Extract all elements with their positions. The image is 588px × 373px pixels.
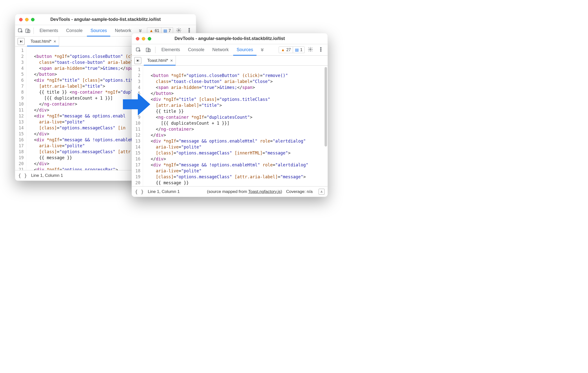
scrollbar[interactable]: [325, 67, 327, 147]
svg-rect-9: [146, 48, 149, 52]
tab-sources[interactable]: Sources: [87, 25, 110, 37]
warning-triangle-icon: ▲: [149, 29, 153, 33]
window-title: DevTools - angular-sample-todo-list.stac…: [19, 17, 192, 22]
tab-sources[interactable]: Sources: [233, 44, 257, 56]
file-tab-label: Toast.html*: [31, 39, 51, 44]
tab-console[interactable]: Console: [63, 25, 86, 37]
titlebar: DevTools - angular-sample-todo-list.stac…: [132, 33, 328, 44]
tab-elements[interactable]: Elements: [158, 44, 184, 56]
svg-point-6: [189, 32, 190, 33]
traffic-lights: [19, 18, 35, 21]
window-title: DevTools - angular-sample-todo-list.stac…: [136, 36, 324, 41]
pretty-print-braces-icon[interactable]: { }: [18, 173, 27, 179]
minimize-window-button[interactable]: [142, 37, 145, 40]
devtools-window-after: DevTools - angular-sample-todo-list.stac…: [132, 33, 328, 197]
close-tab-icon[interactable]: ✕: [170, 59, 173, 63]
issue-badges[interactable]: ▲27 ▤1: [279, 46, 305, 53]
svg-point-11: [310, 49, 311, 50]
arrow-icon: [122, 92, 151, 117]
warnings-count: 61: [155, 29, 159, 33]
navigator-toggle-icon[interactable]: [18, 38, 25, 45]
zoom-window-button[interactable]: [31, 18, 35, 21]
settings-gear-icon[interactable]: [306, 47, 315, 53]
svg-point-12: [320, 47, 321, 48]
file-tab[interactable]: Toast.html* ✕: [27, 37, 59, 46]
info-count: 7: [169, 29, 171, 33]
pretty-print-braces-icon[interactable]: { }: [135, 189, 144, 195]
file-tab-label: Toast.html*: [147, 58, 168, 63]
zoom-window-button[interactable]: [148, 37, 151, 40]
svg-rect-15: [139, 59, 139, 62]
inspect-element-icon[interactable]: [134, 45, 143, 54]
svg-point-5: [189, 30, 190, 31]
info-badge[interactable]: ▤1: [293, 46, 305, 53]
svg-rect-7: [22, 40, 22, 43]
warning-triangle-icon: ▲: [281, 48, 285, 52]
devtools-toolbar: Elements Console Network Sources ▲27 ▤1: [132, 44, 328, 56]
tab-elements[interactable]: Elements: [36, 25, 62, 37]
inspect-element-icon[interactable]: [17, 26, 24, 35]
svg-point-3: [178, 30, 180, 31]
tab-console[interactable]: Console: [184, 44, 208, 56]
cursor-position: Line 1, Column 1: [31, 173, 63, 178]
device-toolbar-icon[interactable]: [144, 45, 153, 54]
info-square-icon: ▤: [163, 28, 167, 33]
close-tab-icon[interactable]: ✕: [53, 39, 56, 43]
expand-drawer-icon[interactable]: [319, 189, 325, 195]
svg-point-13: [320, 49, 321, 50]
statusbar: { } Line 1, Column 1 (source mapped from…: [132, 186, 328, 197]
more-tabs-chevron-icon[interactable]: [257, 47, 267, 53]
tab-network[interactable]: Network: [111, 25, 135, 37]
tab-network[interactable]: Network: [209, 44, 232, 56]
source-map-link[interactable]: Toast.ngfactory.js: [248, 189, 281, 194]
cursor-position: Line 1, Column 1: [148, 189, 180, 194]
close-window-button[interactable]: [136, 37, 139, 40]
titlebar: DevTools - angular-sample-todo-list.stac…: [15, 14, 196, 25]
navigator-toggle-icon[interactable]: [134, 57, 141, 64]
line-gutter: 1234567891011121314151617181920212223242…: [132, 66, 143, 186]
warnings-count: 27: [286, 48, 291, 52]
svg-rect-1: [26, 29, 28, 33]
svg-point-4: [189, 28, 190, 29]
coverage-label: Coverage: n/a: [286, 189, 313, 194]
line-gutter: 123456789101112131415161718192021222324: [15, 46, 26, 170]
warnings-badge[interactable]: ▲27: [279, 46, 293, 53]
code-editor[interactable]: 1234567891011121314151617181920212223242…: [132, 66, 328, 186]
separator: [155, 47, 155, 53]
more-menu-kebab-icon[interactable]: [316, 47, 326, 53]
traffic-lights: [136, 37, 151, 40]
svg-rect-2: [28, 30, 30, 33]
source-mapped-label: (source mapped from Toast.ngfactory.js): [207, 189, 282, 194]
minimize-window-button[interactable]: [25, 18, 29, 21]
device-toolbar-icon[interactable]: [25, 26, 31, 35]
file-tab[interactable]: Toast.html* ✕: [144, 56, 176, 66]
code-content[interactable]: <button *ngIf="options.closeButton" (cli…: [143, 66, 328, 186]
close-window-button[interactable]: [19, 18, 23, 21]
info-square-icon: ▤: [295, 47, 299, 52]
sources-subtoolbar: Toast.html* ✕: [132, 56, 328, 66]
svg-point-14: [320, 51, 321, 52]
separator: [34, 28, 34, 34]
info-count: 1: [300, 48, 302, 52]
